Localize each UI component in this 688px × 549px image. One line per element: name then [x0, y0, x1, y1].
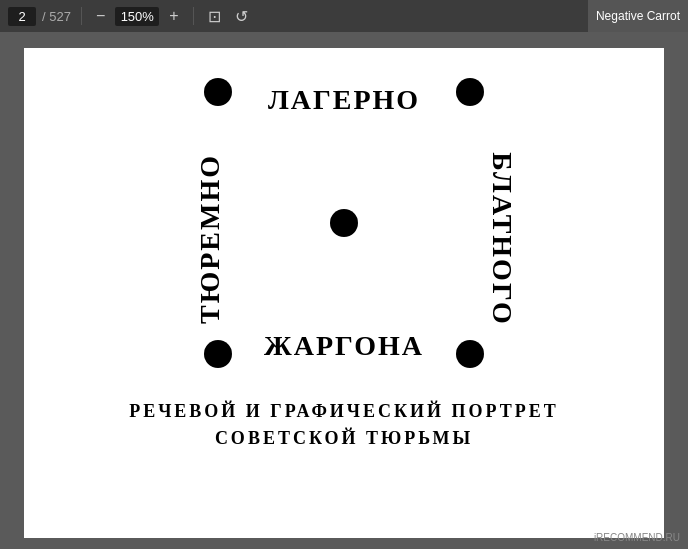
subtitle-line-1: РЕЧЕВОЙ И ГРАФИЧЕСКИЙ ПОРТРЕТ [129, 398, 559, 425]
toolbar: 2 / 527 − 150% + ⊡ ↺ Negative Carrot [0, 0, 688, 32]
watermark: iRECOMMEND.RU [594, 532, 680, 543]
document-page: ЛАГЕРНО ЖАРГОНА ТЮРЕМНО БЛАТНОГО РЕЧЕВОЙ… [24, 48, 664, 538]
zoom-input[interactable]: 150% [115, 7, 159, 26]
dot-top-left [204, 78, 232, 106]
dot-bottom-right [456, 340, 484, 368]
zoom-in-button[interactable]: + [165, 5, 182, 27]
dot-bottom-left [204, 340, 232, 368]
label-top: ЛАГЕРНО [268, 84, 420, 116]
main-area: ЛАГЕРНО ЖАРГОНА ТЮРЕМНО БЛАТНОГО РЕЧЕВОЙ… [0, 32, 688, 549]
zoom-out-button[interactable]: − [92, 5, 109, 27]
dot-top-right [456, 78, 484, 106]
divider-2 [193, 7, 194, 25]
page-number-input[interactable]: 2 [8, 7, 36, 26]
fit-page-button[interactable]: ⊡ [204, 5, 225, 28]
label-bottom: ЖАРГОНА [264, 330, 424, 362]
dice-graphic: ЛАГЕРНО ЖАРГОНА ТЮРЕМНО БЛАТНОГО [204, 78, 484, 368]
negative-carrot-badge: Negative Carrot [588, 0, 688, 32]
dot-center [330, 209, 358, 237]
divider-1 [81, 7, 82, 25]
page-total-label: / 527 [42, 9, 71, 24]
label-left: ТЮРЕМНО [194, 154, 226, 324]
subtitle: РЕЧЕВОЙ И ГРАФИЧЕСКИЙ ПОРТРЕТ СОВЕТСКОЙ … [129, 398, 559, 452]
subtitle-line-2: СОВЕТСКОЙ ТЮРЬМЫ [129, 425, 559, 452]
rotate-button[interactable]: ↺ [231, 5, 252, 28]
label-right: БЛАТНОГО [486, 152, 518, 326]
